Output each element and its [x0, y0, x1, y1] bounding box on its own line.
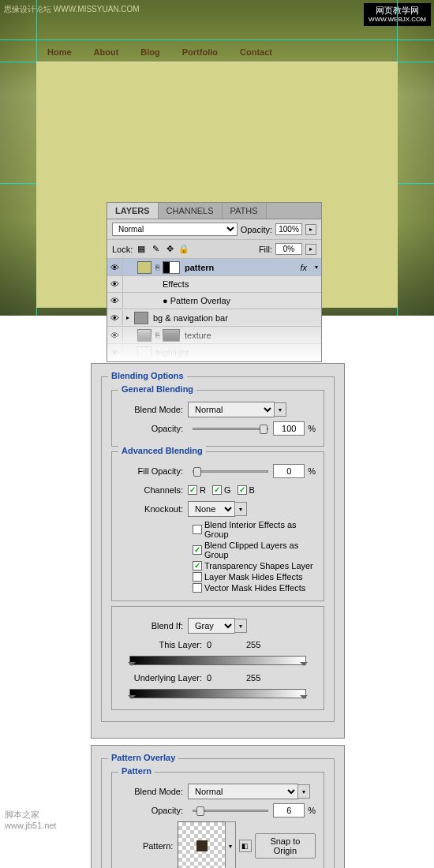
- layer-thumb: [137, 346, 152, 359]
- nav-blog[interactable]: Blog: [140, 47, 159, 57]
- lock-all-icon[interactable]: 🔒: [178, 244, 189, 255]
- channels-label: Channels:: [120, 485, 188, 495]
- vector-mask-hides-checkbox[interactable]: Vector Mask Hides Effects: [193, 583, 316, 593]
- opacity-label: Opacity:: [120, 424, 188, 433]
- lock-label: Lock:: [112, 245, 133, 254]
- general-blending-title: General Blending: [118, 384, 196, 394]
- fill-opacity-input[interactable]: [273, 464, 305, 478]
- visibility-icon[interactable]: 👁: [107, 310, 123, 326]
- layer-mask-hides-checkbox[interactable]: Layer Mask Hides Effects: [193, 572, 316, 582]
- blend-mode-select[interactable]: Normal: [188, 402, 275, 417]
- underlying-layer-label: Underlying Layer:: [120, 673, 207, 683]
- lock-transparency-icon[interactable]: ▦: [136, 244, 147, 255]
- blend-mode-label: Blend Mode:: [120, 787, 188, 796]
- blend-if-select[interactable]: Gray: [188, 618, 235, 634]
- visibility-icon[interactable]: 👁: [107, 327, 123, 343]
- lock-brush-icon[interactable]: ✎: [150, 244, 161, 255]
- visibility-icon[interactable]: 👁: [107, 345, 123, 361]
- dropdown-icon[interactable]: ▾: [234, 619, 247, 633]
- blend-if-label: Blend If:: [120, 621, 188, 630]
- pattern-overlay-dialog: Pattern Overlay Pattern Blend Mode: Norm…: [91, 745, 345, 868]
- fill-opacity-slider[interactable]: [193, 470, 268, 473]
- blend-mode-select[interactable]: Normal: [188, 784, 298, 799]
- fill-opacity-label: Fill Opacity:: [120, 466, 188, 476]
- fill-label: Fill:: [259, 245, 272, 254]
- opacity-slider[interactable]: [193, 428, 268, 430]
- blend-mode-label: Blend Mode:: [120, 405, 188, 414]
- link-icon: ⎘: [153, 331, 161, 339]
- snap-to-origin-button[interactable]: Snap to Origin: [255, 833, 316, 859]
- this-layer-gradient[interactable]: [120, 656, 316, 665]
- underlying-layer-gradient[interactable]: [120, 689, 316, 698]
- this-layer-label: This Layer:: [120, 640, 207, 649]
- nav-portfolio[interactable]: Portfolio: [182, 47, 218, 57]
- watermark-top-left: 思缘设计论坛 WWW.MISSYUAN.COM: [4, 4, 140, 15]
- pattern-flyout-icon[interactable]: ▾: [225, 821, 236, 868]
- pattern-overlay-title: Pattern Overlay: [108, 753, 178, 762]
- layers-panel: LAYERS CHANNELS PATHS Normal Opacity: ▸ …: [107, 202, 322, 362]
- channel-g-checkbox[interactable]: G: [212, 485, 231, 495]
- tab-layers[interactable]: LAYERS: [107, 203, 159, 219]
- layer-pattern[interactable]: 👁 ⎘ pattern fx ▾: [107, 259, 321, 276]
- channel-b-checkbox[interactable]: B: [238, 485, 255, 495]
- blend-mode-select[interactable]: Normal: [112, 223, 238, 236]
- nav-about[interactable]: About: [94, 47, 119, 57]
- advanced-blending-title: Advanced Blending: [118, 446, 206, 455]
- collapse-icon[interactable]: ▾: [312, 264, 321, 271]
- pattern-section-title: Pattern: [118, 766, 155, 776]
- layer-texture[interactable]: 👁 ⎘ texture: [107, 327, 321, 344]
- nav-contact[interactable]: Contact: [240, 47, 272, 57]
- tab-paths[interactable]: PATHS: [223, 203, 267, 219]
- folder-icon: [134, 312, 148, 324]
- fill-flyout-icon[interactable]: ▸: [305, 244, 316, 255]
- lock-move-icon[interactable]: ✥: [164, 244, 175, 255]
- opacity-input[interactable]: [275, 223, 302, 235]
- visibility-icon[interactable]: 👁: [107, 260, 123, 275]
- visibility-icon[interactable]: 👁: [107, 276, 123, 292]
- channel-r-checkbox[interactable]: R: [188, 485, 206, 495]
- new-preset-icon[interactable]: ◧: [239, 840, 251, 852]
- pattern-label: Pattern:: [120, 841, 178, 851]
- knockout-label: Knockout:: [120, 504, 188, 514]
- knockout-select[interactable]: None: [188, 501, 235, 517]
- layer-effects[interactable]: 👁 Effects: [107, 276, 321, 293]
- nav-home[interactable]: Home: [47, 47, 72, 57]
- tab-channels[interactable]: CHANNELS: [159, 203, 223, 219]
- link-icon: ⎘: [153, 264, 161, 271]
- transparency-shapes-checkbox[interactable]: Transparency Shapes Layer: [193, 561, 316, 571]
- dropdown-icon[interactable]: ▾: [297, 784, 310, 799]
- opacity-input[interactable]: [273, 421, 305, 436]
- watermark-bottom-left: 脚本之家 www.jb51.net: [5, 809, 56, 830]
- layer-mask-thumb: [163, 329, 180, 342]
- opacity-label: Opacity:: [241, 225, 272, 234]
- pattern-swatch[interactable]: [178, 821, 226, 868]
- layer-pattern-overlay[interactable]: 👁 ● Pattern Overlay: [107, 293, 321, 309]
- dropdown-icon[interactable]: ▾: [234, 502, 247, 516]
- fx-badge[interactable]: fx: [300, 263, 312, 272]
- opacity-slider[interactable]: [193, 810, 268, 812]
- blend-interior-checkbox[interactable]: Blend Interior Effects as Group: [193, 520, 316, 539]
- blend-clipped-checkbox[interactable]: Blend Clipped Layers as Group: [193, 541, 316, 559]
- layer-mask-thumb: [163, 261, 180, 274]
- layer-bg-nav[interactable]: 👁 ▸ bg & navigation bar: [107, 309, 321, 327]
- layer-thumb: [137, 261, 152, 274]
- expand-icon[interactable]: ▸: [123, 314, 133, 321]
- opacity-input[interactable]: [273, 803, 305, 817]
- layer-highlight[interactable]: 👁 highlight: [107, 344, 321, 361]
- fill-input[interactable]: [275, 243, 302, 255]
- opacity-label: Opacity:: [120, 806, 188, 815]
- opacity-flyout-icon[interactable]: ▸: [305, 224, 316, 235]
- dropdown-icon[interactable]: ▾: [274, 402, 286, 417]
- visibility-icon[interactable]: 👁: [107, 293, 123, 309]
- blending-options-dialog: Blending Options General Blending Blend …: [91, 363, 345, 739]
- layer-thumb: [137, 329, 152, 342]
- nav-bar: Home About Blog Portfolio Contact: [36, 43, 398, 62]
- blending-options-title: Blending Options: [108, 371, 187, 380]
- bullet-icon: ●: [163, 296, 170, 305]
